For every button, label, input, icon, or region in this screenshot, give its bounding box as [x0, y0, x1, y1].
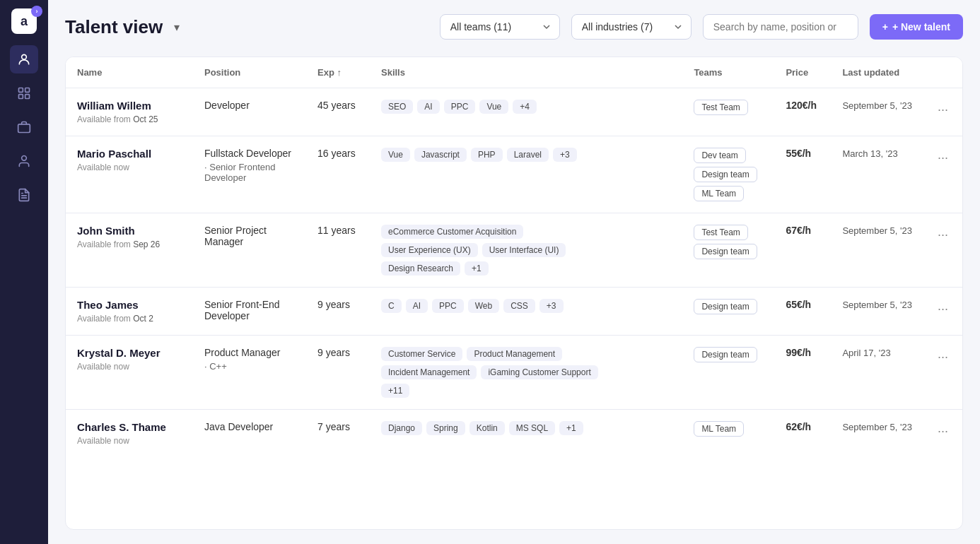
talent-name[interactable]: Theo James: [77, 299, 182, 311]
availability-date: Oct 2: [133, 314, 153, 324]
teams-filter[interactable]: All teams (11): [440, 14, 560, 40]
col-header-actions: [923, 57, 962, 88]
col-header-position: Position: [193, 57, 306, 88]
skills-more-badge[interactable]: +1: [559, 421, 583, 435]
last-updated-value: September 5, '23: [842, 422, 912, 432]
skill-tag: PPC: [444, 100, 476, 114]
skills-more-badge[interactable]: +3: [539, 299, 564, 313]
skill-tag: Customer Service: [381, 347, 462, 361]
team-tag[interactable]: Dev team: [694, 148, 745, 163]
industries-filter[interactable]: All industries (7): [571, 14, 692, 40]
skills-cell: eCommerce Customer AcquisitionUser Exper…: [370, 213, 682, 288]
skills-cell: Customer ServiceProduct ManagementIncide…: [370, 336, 682, 410]
skills-more-badge[interactable]: +1: [465, 261, 489, 276]
talent-name-cell: Charles S. ThameAvailable now: [66, 410, 193, 458]
teams-cell: Design team: [682, 288, 774, 336]
price-value: 67€/h: [786, 225, 811, 236]
sidebar-item-talent[interactable]: [10, 45, 38, 73]
actions-cell: ···: [923, 336, 962, 410]
new-talent-label: + New talent: [892, 21, 950, 32]
svg-rect-2: [25, 88, 30, 93]
skill-tag: Spring: [426, 421, 465, 435]
talent-name-cell: Krystal D. MeyerAvailable now: [66, 336, 193, 410]
skills-cell: DjangoSpringKotlinMS SQL+1: [370, 410, 682, 458]
skill-tag: Vue: [381, 148, 410, 162]
skill-tag: Web: [468, 299, 499, 313]
team-tag[interactable]: Design team: [694, 347, 757, 362]
position-main: Senior Front-End Developer: [204, 299, 295, 321]
skills-more-badge[interactable]: +3: [553, 148, 577, 162]
more-options-button[interactable]: ···: [935, 100, 951, 120]
price-cell: 67€/h: [774, 213, 831, 288]
skill-tag: User Experience (UX): [381, 243, 478, 257]
team-tag[interactable]: Design team: [694, 167, 757, 182]
talent-name[interactable]: Mario Paschall: [77, 148, 182, 160]
col-header-price: Price: [774, 57, 831, 88]
skill-tag: Incident Management: [381, 365, 477, 379]
teams-cell: ML Team: [682, 410, 774, 458]
svg-point-6: [22, 156, 27, 161]
skills-more-badge[interactable]: +4: [513, 100, 537, 114]
team-tag[interactable]: Design team: [694, 244, 757, 259]
more-options-button[interactable]: ···: [935, 421, 951, 442]
plus-icon: +: [882, 21, 888, 32]
talent-name[interactable]: Krystal D. Meyer: [77, 347, 182, 359]
new-talent-button[interactable]: + + New talent: [870, 14, 963, 40]
more-options-button[interactable]: ···: [935, 347, 951, 367]
availability: Available from Oct 25: [77, 114, 182, 124]
sidebar: a ›: [0, 0, 48, 544]
col-header-exp[interactable]: Exp ↑: [306, 57, 370, 88]
last-updated-cell: September 5, '23: [831, 288, 923, 336]
more-options-button[interactable]: ···: [935, 225, 951, 245]
app-logo[interactable]: a ›: [11, 8, 37, 34]
sidebar-item-documents[interactable]: [10, 181, 38, 209]
main-content: Talent view ▾ All teams (11) All industr…: [48, 0, 980, 544]
exp-cell: 7 years: [306, 410, 370, 458]
team-tag[interactable]: Test Team: [694, 225, 747, 240]
skill-tag: Product Management: [467, 347, 562, 361]
teams-cell: Design team: [682, 336, 774, 410]
talent-name-cell: William WillemAvailable from Oct 25: [66, 88, 193, 136]
exp-value: 11 years: [317, 225, 356, 236]
skill-tag: Kotlin: [469, 421, 505, 435]
skill-tag: CSS: [503, 299, 535, 313]
skills-more-badge[interactable]: +11: [381, 384, 409, 398]
sidebar-item-contacts[interactable]: [10, 147, 38, 175]
search-input[interactable]: [703, 14, 858, 40]
last-updated-cell: September 5, '23: [831, 88, 923, 136]
talent-name[interactable]: William Willem: [77, 100, 182, 112]
col-header-name: Name: [66, 57, 193, 88]
title-chevron-icon[interactable]: ▾: [174, 20, 180, 34]
price-cell: 62€/h: [774, 410, 831, 458]
talent-table-container: Name Position Exp ↑ Skills Teams Price L…: [65, 57, 963, 530]
skill-tag: Vue: [479, 100, 508, 114]
availability: Available from Oct 2: [77, 314, 182, 324]
position-cell: Java Developer: [193, 410, 306, 458]
exp-value: 9 years: [317, 347, 350, 358]
availability: Available now: [77, 362, 182, 372]
sidebar-item-dashboard[interactable]: [10, 79, 38, 107]
skill-tag: PHP: [471, 148, 503, 162]
team-tag[interactable]: ML Team: [694, 186, 744, 201]
talent-name[interactable]: John Smith: [77, 225, 182, 237]
svg-point-0: [22, 54, 27, 59]
team-tag[interactable]: Test Team: [694, 100, 747, 115]
talent-name[interactable]: Charles S. Thame: [77, 421, 182, 433]
last-updated-value: September 5, '23: [842, 300, 912, 310]
talent-table: Name Position Exp ↑ Skills Teams Price L…: [66, 57, 962, 457]
position-main: Developer: [204, 100, 295, 111]
last-updated-cell: March 13, '23: [831, 136, 923, 213]
skill-tag: MS SQL: [509, 421, 555, 435]
skill-tag: C: [381, 299, 402, 313]
logo-chevron: ›: [31, 6, 42, 17]
sidebar-item-jobs[interactable]: [10, 113, 38, 141]
exp-cell: 45 years: [306, 88, 370, 136]
price-value: 55€/h: [786, 148, 811, 159]
team-tag[interactable]: Design team: [694, 299, 757, 314]
team-tag[interactable]: ML Team: [694, 421, 744, 437]
position-main: Java Developer: [204, 421, 295, 432]
more-options-button[interactable]: ···: [935, 148, 951, 168]
more-options-button[interactable]: ···: [935, 299, 951, 319]
exp-cell: 9 years: [306, 336, 370, 410]
svg-rect-4: [25, 95, 30, 99]
